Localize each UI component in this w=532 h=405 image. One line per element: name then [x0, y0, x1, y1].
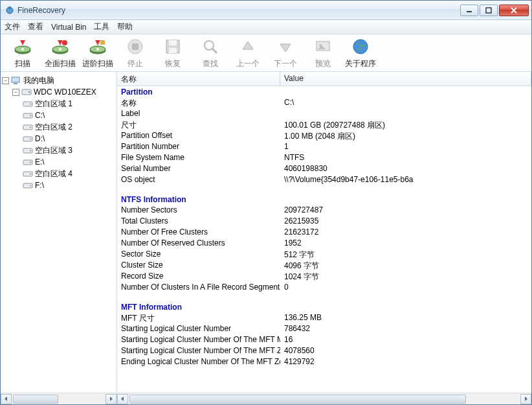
scan-icon: [12, 36, 33, 57]
grid-row[interactable]: Number Sectors209727487: [117, 205, 531, 216]
tree-item[interactable]: 空白区域 4: [2, 168, 115, 179]
maximize-button[interactable]: [480, 5, 498, 16]
tree-item[interactable]: 空白区域 1: [2, 98, 115, 110]
content-area: − 我的电脑 − WDC WD10EZEX 空白区域 1C:\空白区域 2D:\…: [1, 72, 531, 404]
svg-rect-19: [169, 48, 177, 53]
device-tree[interactable]: − 我的电脑 − WDC WD10EZEX 空白区域 1C:\空白区域 2D:\…: [1, 72, 116, 393]
grid-cell-value: 4096 字节: [280, 260, 531, 272]
grid-row[interactable]: File System NameNTFS: [117, 153, 531, 164]
svg-rect-1: [9, 6, 10, 9]
grid-row[interactable]: Ending Logical Cluster Number Of The MFT…: [117, 357, 531, 368]
grid-cell-value: 0: [280, 283, 531, 294]
svg-rect-3: [486, 8, 491, 13]
grid-row[interactable]: Partition Number1: [117, 142, 531, 153]
menu-tools[interactable]: 工具: [94, 21, 109, 32]
grid-cell-value: 4078560: [280, 346, 531, 357]
svg-point-44: [30, 185, 31, 187]
menu-virtual-bin[interactable]: Virtual Bin: [51, 23, 86, 32]
grid-row[interactable]: Partition Offset1.00 MB (2048 扇区): [117, 131, 531, 142]
tree-item[interactable]: 空白区域 2: [2, 121, 115, 133]
grid-row[interactable]: Sector Size512 字节: [117, 249, 531, 260]
window-title: FineRecovery: [17, 6, 460, 15]
grid-cell-name: Starting Logical Cluster Number Of The M…: [117, 335, 280, 346]
grid-cell-value: [280, 109, 531, 120]
grid-body[interactable]: Partition名称C:\Label尺寸100.01 GB (20972748…: [117, 86, 531, 393]
tree-item[interactable]: F:\: [2, 179, 115, 191]
grid-cell-name: Cluster Size: [117, 260, 280, 272]
fullscan-button[interactable]: 全面扫描: [42, 36, 78, 71]
find-button[interactable]: 查找: [192, 36, 228, 71]
grid-row[interactable]: OS object\\?\Volume{354d9b47-e106-11e5-b…: [117, 175, 531, 186]
close-button[interactable]: [499, 5, 529, 16]
grid-cell-value: 26215935: [280, 216, 531, 227]
svg-point-38: [30, 150, 31, 152]
scan-button[interactable]: 扫描: [5, 36, 41, 71]
grid-row[interactable]: Record Size1024 字节: [117, 272, 531, 283]
tree-item[interactable]: E:\: [2, 156, 115, 168]
scroll-right-icon[interactable]: [105, 394, 116, 404]
menu-file[interactable]: 文件: [5, 21, 20, 32]
svg-point-9: [59, 48, 61, 51]
preview-button[interactable]: 预览: [305, 36, 341, 71]
grid-row[interactable]: Number Of Free Clusters21623172: [117, 227, 531, 238]
col-name[interactable]: 名称: [117, 72, 280, 86]
about-button[interactable]: 关于程序: [342, 36, 379, 71]
grid-cell-value: 21623172: [280, 227, 531, 238]
grid-cell-value: 100.01 GB (209727488 扇区): [280, 120, 531, 131]
titlebar[interactable]: FineRecovery: [1, 1, 531, 20]
collapse-icon[interactable]: −: [2, 77, 9, 84]
grid-row[interactable]: 尺寸100.01 GB (209727488 扇区): [117, 120, 531, 131]
svg-point-10: [62, 40, 67, 45]
grid-cell-value: 209727487: [280, 205, 531, 216]
svg-rect-18: [169, 40, 177, 45]
minimize-button[interactable]: [460, 5, 478, 16]
stop-button[interactable]: 停止: [117, 36, 153, 71]
window-buttons: [460, 5, 529, 16]
grid-row[interactable]: Cluster Size4096 字节: [117, 260, 531, 272]
menu-help[interactable]: 帮助: [117, 21, 133, 32]
advscan-icon: [87, 36, 108, 57]
grid-row[interactable]: Total Clusters26215935: [117, 216, 531, 227]
tree-item[interactable]: D:\: [2, 133, 115, 145]
svg-point-34: [30, 127, 31, 128]
next-button[interactable]: 下一个: [267, 36, 304, 71]
arrow-up-icon: [238, 36, 258, 57]
prev-button[interactable]: 上一个: [230, 36, 266, 71]
scroll-track[interactable]: [12, 394, 105, 404]
grid-row[interactable]: Starting Logical Cluster Number Of The M…: [117, 346, 531, 357]
scroll-left-icon[interactable]: [117, 394, 128, 404]
grid-row[interactable]: Starting Logical Cluster Number786432: [117, 324, 531, 335]
menu-view[interactable]: 查看: [28, 21, 43, 32]
tree-disk[interactable]: − WDC WD10EZEX: [2, 86, 115, 98]
grid-row[interactable]: Label: [117, 109, 531, 120]
search-icon: [200, 36, 221, 57]
grid-row[interactable]: 名称C:\: [117, 98, 531, 109]
drive-icon: [23, 122, 33, 132]
grid-cell-value: 1.00 MB (2048 扇区): [280, 131, 531, 142]
grid-cell-name: Partition Number: [117, 142, 280, 153]
tree-item-label: D:\: [35, 134, 45, 143]
tree-root[interactable]: − 我的电脑: [2, 75, 115, 86]
right-hscrollbar[interactable]: [117, 393, 531, 404]
scroll-track[interactable]: [128, 394, 520, 404]
scroll-thumb[interactable]: [13, 395, 58, 404]
scroll-right-icon[interactable]: [520, 394, 531, 404]
grid-row[interactable]: Number Of Clusters In A File Record Segm…: [117, 283, 531, 294]
recover-button[interactable]: 恢复: [155, 36, 191, 71]
grid-row[interactable]: Serial Number4060198830: [117, 164, 531, 175]
scroll-left-icon[interactable]: [1, 394, 12, 404]
tree-item[interactable]: 空白区域 3: [2, 145, 115, 156]
tree-item-label: 空白区域 4: [35, 168, 72, 179]
grid-row[interactable]: MFT 尺寸136.25 MB: [117, 313, 531, 324]
grid-cell-name: 尺寸: [117, 120, 280, 131]
collapse-icon[interactable]: −: [12, 89, 19, 96]
left-hscrollbar[interactable]: [1, 393, 116, 404]
grid-cell-value: 4060198830: [280, 164, 531, 175]
scroll-thumb[interactable]: [129, 395, 466, 404]
advscan-button[interactable]: 进阶扫描: [80, 36, 116, 71]
grid-row[interactable]: Starting Logical Cluster Number Of The M…: [117, 335, 531, 346]
toolbar: 扫描 全面扫描 进阶扫描 停止 恢复 查找 上一个 下一个 预览 关于程序: [1, 34, 531, 72]
tree-item[interactable]: C:\: [2, 110, 115, 121]
col-value[interactable]: Value: [280, 72, 531, 86]
grid-row[interactable]: Number Of Reserved Clusters1952: [117, 238, 531, 249]
